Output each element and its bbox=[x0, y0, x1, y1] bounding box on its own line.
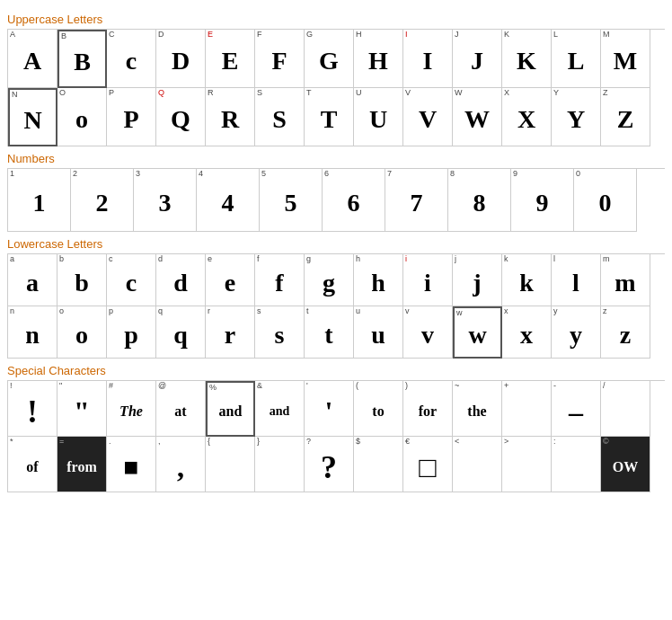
cell-label: " bbox=[59, 382, 62, 390]
cell-char: and bbox=[270, 405, 290, 418]
cell-6: 66 bbox=[323, 169, 385, 232]
cell-char: 1 bbox=[33, 190, 46, 216]
cell-label: € bbox=[405, 438, 410, 446]
cell-label: , bbox=[158, 438, 161, 446]
cell-char: Q bbox=[171, 107, 190, 132]
cell-char: , bbox=[177, 453, 184, 482]
cell-label: b bbox=[59, 255, 64, 263]
cell--: -– bbox=[552, 381, 601, 437]
cell-1: 11 bbox=[8, 169, 71, 232]
cell-%: %and bbox=[206, 381, 255, 437]
cell-char: L bbox=[568, 49, 585, 74]
cell-Z: ZZ bbox=[601, 88, 650, 146]
cell-': '' bbox=[305, 381, 354, 437]
cell-label: X bbox=[504, 89, 509, 97]
grid-special: !!""#The@at%and&and''(to)for~the+-–/*of=… bbox=[7, 380, 665, 492]
cell-char: I bbox=[423, 49, 433, 74]
section-title-lowercase: Lowercase Letters bbox=[7, 237, 665, 251]
cell-char: 4 bbox=[222, 190, 234, 216]
cell-label: p bbox=[109, 307, 113, 315]
cell-char: 6 bbox=[348, 190, 360, 216]
cell-M: MM bbox=[601, 30, 650, 88]
cell-label: $ bbox=[356, 438, 360, 446]
cell-label: V bbox=[405, 89, 411, 97]
cell-char: o bbox=[75, 107, 88, 132]
cell-}: } bbox=[255, 437, 305, 492]
cell-char: E bbox=[222, 49, 239, 74]
cell-char: H bbox=[368, 49, 388, 74]
cell-char: G bbox=[319, 49, 339, 74]
cell-char: S bbox=[272, 107, 287, 132]
cell-=: =from bbox=[57, 437, 107, 492]
cell-U: UU bbox=[354, 88, 403, 146]
cell-W: WW bbox=[453, 88, 502, 146]
cell-char: ' bbox=[325, 397, 333, 426]
cell-!: !! bbox=[8, 381, 57, 437]
cell-J: JJ bbox=[453, 30, 502, 88]
cell-q: qq bbox=[156, 306, 206, 359]
cell-label: m bbox=[603, 255, 610, 263]
cell-char: P bbox=[123, 107, 138, 132]
cell-char: y bbox=[570, 323, 582, 348]
cell-label: O bbox=[59, 89, 66, 97]
cell-char: D bbox=[172, 49, 190, 74]
cell-char: from bbox=[66, 460, 96, 474]
cell-char: B bbox=[74, 49, 91, 75]
cell-(: (to bbox=[354, 381, 403, 437]
cell-O: Oo bbox=[57, 88, 107, 146]
cell-label: y bbox=[553, 307, 558, 315]
cell-char: 2 bbox=[96, 190, 109, 216]
cell-R: RR bbox=[206, 88, 255, 146]
cell-b: bb bbox=[57, 254, 107, 306]
cell-t: tt bbox=[305, 306, 354, 359]
cell-label: ) bbox=[405, 382, 408, 390]
cell-B: BB bbox=[57, 30, 107, 88]
cell-label: z bbox=[603, 307, 607, 315]
cell-label: W bbox=[455, 89, 463, 97]
cell-label: i bbox=[405, 255, 407, 263]
cell-v: vv bbox=[403, 306, 453, 359]
grid-uppercase: AABBCcDDEEFFGGHHIIJJKKLLMMNNOoPPQQRRSSTT… bbox=[7, 29, 665, 146]
cell-C: Cc bbox=[107, 30, 156, 88]
cell-char: The bbox=[119, 404, 143, 419]
cell-{: { bbox=[206, 437, 255, 492]
cell-char: 9 bbox=[536, 190, 549, 216]
cell-char: F bbox=[271, 49, 287, 74]
cell-*: *of bbox=[8, 437, 57, 492]
cell-char: o bbox=[75, 323, 88, 348]
cell-char: d bbox=[173, 270, 188, 296]
cell-char: ! bbox=[27, 395, 38, 428]
cell-label: d bbox=[158, 255, 163, 263]
cell-char: R bbox=[221, 107, 239, 132]
cell-label: u bbox=[356, 307, 360, 315]
cell-char: z bbox=[620, 323, 631, 348]
cell-label: L bbox=[553, 31, 558, 39]
cell-label: w bbox=[456, 309, 463, 317]
cell-char: i bbox=[424, 270, 431, 296]
cell-©: ©OW bbox=[601, 437, 650, 492]
cell-label: C bbox=[109, 31, 115, 39]
cell-char: r bbox=[225, 323, 235, 348]
cell-label: t bbox=[306, 307, 309, 315]
app: Uppercase LettersAABBCcDDEEFFGGHHIIJJKKL… bbox=[7, 13, 665, 492]
cell-label: 4 bbox=[199, 170, 203, 178]
cell-label: s bbox=[257, 307, 261, 315]
cell-label: K bbox=[504, 31, 509, 39]
cell-label: ! bbox=[10, 382, 13, 390]
cell-label: 9 bbox=[513, 170, 517, 178]
cell-label: 2 bbox=[73, 170, 77, 178]
cell-char: and bbox=[219, 404, 243, 419]
cell-char: c bbox=[126, 49, 137, 74]
cell-char: the bbox=[467, 404, 486, 419]
cell-label: j bbox=[455, 255, 456, 263]
cell-label: @ bbox=[158, 382, 166, 390]
cell-x: xx bbox=[502, 306, 552, 359]
section-title-uppercase: Uppercase Letters bbox=[7, 13, 665, 26]
cell-I: II bbox=[403, 30, 453, 88]
cell-label: 1 bbox=[10, 170, 14, 178]
cell-+: + bbox=[502, 381, 552, 437]
cell-label: n bbox=[10, 307, 14, 315]
cell-label: 8 bbox=[450, 170, 455, 178]
cell-h: hh bbox=[354, 254, 403, 306]
cell-label: - bbox=[553, 382, 556, 390]
